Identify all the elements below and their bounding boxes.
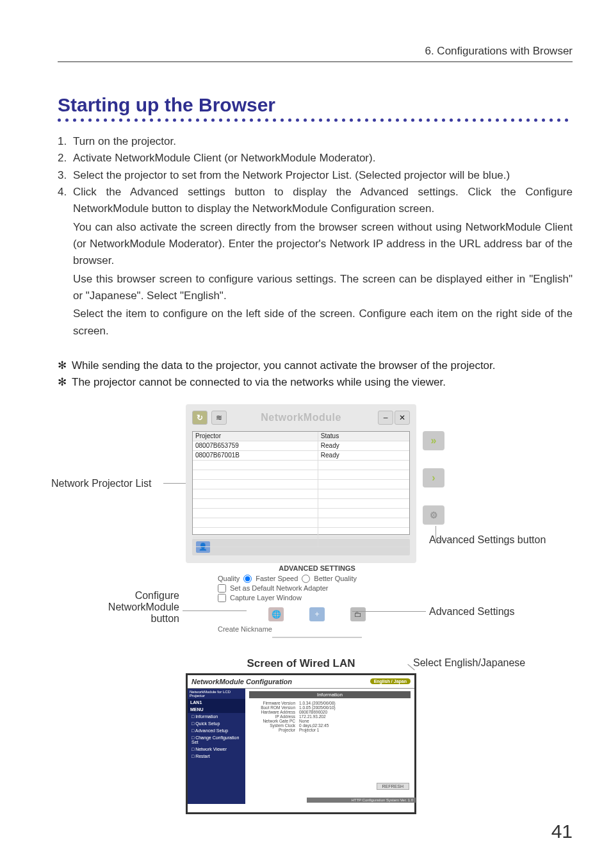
- quality-label: Quality: [218, 575, 240, 582]
- sidebar-item[interactable]: □ Quick Setup: [188, 720, 245, 727]
- leader-line: [436, 540, 455, 541]
- connect-all-button[interactable]: »: [423, 431, 444, 450]
- info-row: Network Gate PCNone: [245, 719, 414, 723]
- sidebar-item[interactable]: □ Restart: [188, 753, 245, 760]
- connect-button[interactable]: ›: [423, 468, 444, 487]
- label-lang-select: Select English/Japanese: [413, 657, 525, 669]
- info-row: Boot ROM Version1.0.05 (2005/06/10): [245, 705, 414, 710]
- page-title: Starting up the Browser: [58, 94, 573, 116]
- advanced-heading: ADVANCED SETTINGS: [218, 564, 416, 572]
- network-projector-list[interactable]: Projector Status 08007B653759Ready08007B…: [192, 431, 410, 535]
- refresh-button[interactable]: REFRESH: [377, 783, 409, 790]
- instruction-step: 3.Select the projector to set from the N…: [58, 167, 573, 184]
- default-adapter-checkbox[interactable]: [218, 584, 226, 593]
- leader-line: [352, 611, 426, 612]
- config-footer: HTTP Configuration System Ver. 1.0: [307, 798, 416, 803]
- sidebar-group-menu: MENU: [188, 706, 245, 713]
- leader-line: [183, 610, 247, 611]
- info-row: IP Address172.21.93.202: [245, 714, 414, 719]
- config-title: NetworkModule Configuration: [191, 678, 292, 685]
- default-adapter-label: Set as Default Network Adapter: [230, 584, 328, 592]
- instruction-paragraph: Select the item to configure on the left…: [73, 306, 573, 340]
- header-rule: [58, 61, 573, 62]
- label-configure-button: Configure NetworkModule button: [96, 590, 179, 625]
- instruction-step: 4.Click the Advanced settings button to …: [58, 184, 573, 218]
- instructions-block: 1.Turn on the projector.2.Activate Netwo…: [58, 133, 573, 340]
- chapter-header: 6. Configurations with Browser: [58, 45, 573, 61]
- sidebar-item[interactable]: □ Information: [188, 713, 245, 720]
- sidebar-top: NetworkModule for LCD Projector: [188, 689, 245, 699]
- minimize-icon[interactable]: –: [378, 411, 393, 425]
- note-item: ✻The projector cannot be connected to vi…: [58, 374, 573, 391]
- instruction-step: 1.Turn on the projector.: [58, 133, 573, 150]
- advanced-settings-button[interactable]: ⚙: [423, 505, 444, 525]
- divider: [272, 637, 362, 638]
- app-window: ↻ ≋ NetworkModule – ✕ Projector Status 0…: [186, 404, 416, 563]
- configure-networkmodule-button[interactable]: 🌐: [268, 607, 284, 621]
- sidebar-item[interactable]: □ Change Configuration Set: [188, 734, 245, 746]
- add-button[interactable]: ＋: [309, 607, 325, 621]
- wifi-icon[interactable]: ≋: [211, 411, 227, 425]
- sidebar-item[interactable]: □ Network Viewer: [188, 746, 245, 753]
- table-row[interactable]: 08007B67001BReady: [193, 451, 409, 461]
- wired-lan-title: Screen of Wired LAN: [186, 657, 416, 670]
- table-row[interactable]: 08007B653759Ready: [193, 441, 409, 451]
- config-sidebar: NetworkModule for LCD Projector LAN1 MEN…: [188, 689, 245, 804]
- decorative-dots: [58, 119, 573, 122]
- create-nickname-label: Create Nickname: [218, 625, 416, 633]
- info-row: System Clock0 days,02:32:45: [245, 723, 414, 728]
- info-row: Firmware Version1.0.34 (2005/06/08): [245, 701, 414, 705]
- label-projector-list: Network Projector List: [51, 478, 152, 489]
- config-screen: NetworkModule Configuration English / Ja…: [186, 673, 416, 814]
- figure-area: ↻ ≋ NetworkModule – ✕ Projector Status 0…: [58, 404, 573, 827]
- capture-layer-checkbox[interactable]: [218, 594, 226, 602]
- refresh-icon[interactable]: ↻: [192, 411, 208, 425]
- info-title: Information: [249, 691, 411, 698]
- col-projector: Projector: [193, 432, 318, 441]
- label-adv-settings: Advanced Settings: [429, 606, 514, 618]
- instruction-step: 2.Activate NetworkModule Client (or Netw…: [58, 150, 573, 167]
- leader-line: [163, 483, 186, 484]
- sidebar-item[interactable]: □ Advanced Setup: [188, 727, 245, 734]
- page-number: 41: [551, 821, 573, 842]
- config-header: NetworkModule Configuration English / Ja…: [188, 675, 414, 689]
- instruction-paragraph: Use this browser screen to configure var…: [73, 271, 573, 305]
- faster-speed-radio[interactable]: [243, 575, 252, 583]
- info-row: Hardware Address08007B690020: [245, 710, 414, 714]
- note-item: ✻While sending the data to the projector…: [58, 357, 573, 374]
- info-row: ProjectorProjector 1: [245, 728, 414, 732]
- advanced-settings-panel: ADVANCED SETTINGS Quality Faster Speed B…: [218, 564, 416, 638]
- language-selector[interactable]: English / Japan: [370, 678, 411, 684]
- better-quality-radio[interactable]: [302, 575, 310, 583]
- close-icon[interactable]: ✕: [395, 411, 410, 425]
- app-title: NetworkModule: [261, 412, 341, 423]
- better-quality-label: Better Quality: [314, 575, 357, 582]
- folder-button[interactable]: 🗀: [350, 607, 366, 621]
- side-buttons: » › ⚙: [423, 431, 444, 525]
- col-status: Status: [318, 432, 409, 441]
- capture-layer-label: Capture Layer Window: [230, 594, 302, 602]
- leader-line: [436, 526, 436, 540]
- notes-block: ✻While sending the data to the projector…: [58, 357, 573, 391]
- instruction-paragraph: You can also activate the screen directl…: [73, 219, 573, 270]
- title-bar: ↻ ≋ NetworkModule – ✕: [192, 409, 410, 426]
- config-main: Information Firmware Version1.0.34 (2005…: [245, 689, 414, 804]
- faster-speed-label: Faster Speed: [256, 575, 298, 582]
- sidebar-group-lan: LAN1: [188, 699, 245, 706]
